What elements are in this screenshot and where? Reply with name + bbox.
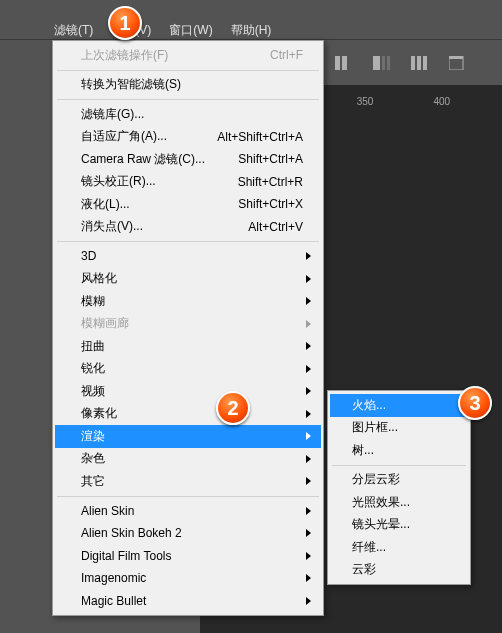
menu-item-distort[interactable]: 扭曲 [55,335,321,358]
submenu-arrow-icon [306,387,311,395]
menu-label: 风格化 [81,270,303,287]
menu-label: 图片框... [352,419,456,436]
menu-separator [57,241,319,242]
submenu-arrow-icon [306,455,311,463]
menu-item-other[interactable]: 其它 [55,470,321,493]
menu-item-stylize[interactable]: 风格化 [55,268,321,291]
submenu-item-difference-clouds[interactable]: 分层云彩 [330,469,468,492]
menu-separator [57,496,319,497]
menu-label: Alien Skin [81,504,303,518]
annotation-badge-1: 1 [108,6,142,40]
menu-item-vanishing-point[interactable]: 消失点(V)... Alt+Ctrl+V [55,216,321,239]
panel-icon-4[interactable] [449,56,467,70]
menu-label: 云彩 [352,561,456,578]
menu-item-imagenomic[interactable]: Imagenomic [55,567,321,590]
menu-label: 视频 [81,383,303,400]
menu-item-alien-skin[interactable]: Alien Skin [55,500,321,523]
submenu-item-flame[interactable]: 火焰... [330,394,468,417]
menu-filter[interactable]: 滤镜(T) [54,20,93,40]
menu-shortcut: Shift+Ctrl+X [238,197,303,211]
menu-item-adaptive-wide-angle[interactable]: 自适应广角(A)... Alt+Shift+Ctrl+A [55,126,321,149]
menu-item-alien-skin-bokeh[interactable]: Alien Skin Bokeh 2 [55,522,321,545]
submenu-arrow-icon [306,574,311,582]
menu-label: 渲染 [81,428,303,445]
menu-window[interactable]: 窗口(W) [169,20,212,40]
ruler-tick: 400 [433,96,450,107]
menu-item-camera-raw[interactable]: Camera Raw 滤镜(C)... Shift+Ctrl+A [55,148,321,171]
submenu-arrow-icon [306,365,311,373]
svg-rect-6 [417,56,421,70]
panel-icon-2[interactable] [373,56,391,70]
menu-label: 其它 [81,473,303,490]
menu-label: 光照效果... [352,494,456,511]
menu-label: 纤维... [352,539,456,556]
menu-label: 分层云彩 [352,471,456,488]
submenu-arrow-icon [306,252,311,260]
menu-label: 镜头校正(R)... [81,173,238,190]
menu-label: Digital Film Tools [81,549,303,563]
menu-item-lens-correction[interactable]: 镜头校正(R)... Shift+Ctrl+R [55,171,321,194]
svg-rect-3 [382,56,385,70]
submenu-arrow-icon [306,297,311,305]
svg-rect-9 [449,56,463,59]
svg-rect-2 [373,56,380,70]
panel-icon-1[interactable] [335,56,353,70]
submenu-arrow-icon [306,432,311,440]
menu-label: 扭曲 [81,338,303,355]
menu-item-digital-film-tools[interactable]: Digital Film Tools [55,545,321,568]
menu-item-convert-smart[interactable]: 转换为智能滤镜(S) [55,74,321,97]
menu-item-liquify[interactable]: 液化(L)... Shift+Ctrl+X [55,193,321,216]
menu-label: 模糊画廊 [81,315,303,332]
submenu-arrow-icon [306,410,311,418]
svg-rect-4 [387,56,390,70]
menu-item-3d[interactable]: 3D [55,245,321,268]
submenu-item-picture-frame[interactable]: 图片框... [330,417,468,440]
submenu-arrow-icon [306,552,311,560]
menu-item-render[interactable]: 渲染 [55,425,321,448]
submenu-arrow-icon [306,320,311,328]
submenu-arrow-icon [306,275,311,283]
svg-rect-7 [423,56,427,70]
menu-item-blur[interactable]: 模糊 [55,290,321,313]
menu-item-noise[interactable]: 杂色 [55,448,321,471]
menu-shortcut: Alt+Ctrl+V [248,220,303,234]
menu-label: Camera Raw 滤镜(C)... [81,151,238,168]
panel-icon-3[interactable] [411,56,429,70]
submenu-arrow-icon [306,507,311,515]
menu-help[interactable]: 帮助(H) [231,20,272,40]
menu-item-magic-bullet[interactable]: Magic Bullet [55,590,321,613]
annotation-badge-3: 3 [458,386,492,420]
menubar: 滤镜(T) 视图(V) 窗口(W) 帮助(H) [0,20,502,40]
menu-label: 镜头光晕... [352,516,456,533]
annotation-badge-2: 2 [216,391,250,425]
menu-item-video[interactable]: 视频 [55,380,321,403]
submenu-item-lens-flare[interactable]: 镜头光晕... [330,514,468,537]
menu-label: Alien Skin Bokeh 2 [81,526,303,540]
menu-separator [57,99,319,100]
submenu-item-fibers[interactable]: 纤维... [330,536,468,559]
submenu-arrow-icon [306,597,311,605]
menu-separator [57,70,319,71]
menu-shortcut: Shift+Ctrl+R [238,175,303,189]
menu-shortcut: Alt+Shift+Ctrl+A [217,130,303,144]
submenu-item-tree[interactable]: 树... [330,439,468,462]
menu-item-last-filter: 上次滤镜操作(F) Ctrl+F [55,44,321,67]
menu-label: 3D [81,249,303,263]
menu-label: Magic Bullet [81,594,303,608]
menu-label: 模糊 [81,293,303,310]
render-submenu: 火焰... 图片框... 树... 分层云彩 光照效果... 镜头光晕... 纤… [327,390,471,585]
menu-item-filter-gallery[interactable]: 滤镜库(G)... [55,103,321,126]
svg-rect-5 [411,56,415,70]
toolbar-panel-icons [335,56,467,70]
submenu-item-clouds[interactable]: 云彩 [330,559,468,582]
menu-shortcut: Ctrl+F [270,48,303,62]
menu-label: 滤镜库(G)... [81,106,303,123]
menu-item-pixelate[interactable]: 像素化 [55,403,321,426]
menu-label: 树... [352,442,456,459]
menu-label: 自适应广角(A)... [81,128,217,145]
menu-label: 上次滤镜操作(F) [81,47,270,64]
svg-rect-0 [335,56,340,70]
menu-item-sharpen[interactable]: 锐化 [55,358,321,381]
ruler-tick: 350 [357,96,374,107]
submenu-item-lighting-effects[interactable]: 光照效果... [330,491,468,514]
